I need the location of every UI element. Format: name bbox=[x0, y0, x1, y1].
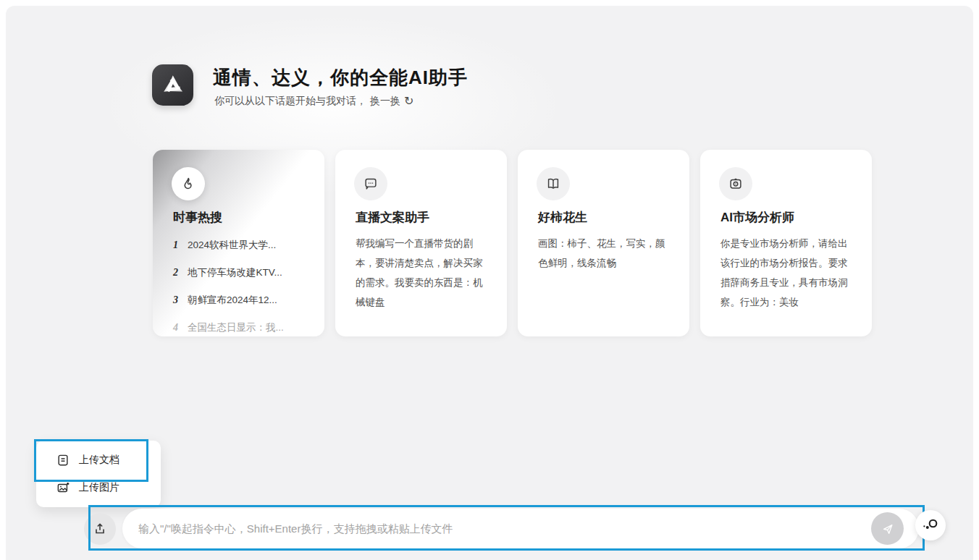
card-body: 帮我编写一个直播带货的剧本，要讲清楚卖点，解决买家的需求。我要卖的东西是：机械键… bbox=[356, 234, 487, 312]
bot-icon bbox=[719, 167, 752, 200]
assistant-float-button[interactable] bbox=[915, 510, 946, 540]
hot-item-4[interactable]: 4 全国生态日显示：我... bbox=[173, 314, 304, 341]
menu-item-upload-image[interactable]: 上传图片 bbox=[36, 474, 161, 501]
hot-item-3[interactable]: 3 朝鲜宣布2024年12... bbox=[173, 287, 304, 314]
hot-search-list: 1 2024软科世界大学... 2 地下停车场改建KTV... 3 朝鲜宣布20… bbox=[173, 232, 304, 341]
card-title: 好柿花生 bbox=[538, 209, 669, 226]
document-icon bbox=[56, 453, 70, 467]
send-button[interactable] bbox=[871, 512, 904, 545]
card-ai-market-analyst[interactable]: AI市场分析师 你是专业市场分析师，请给出该行业的市场分析报告。要求措辞商务且专… bbox=[700, 150, 872, 336]
hot-item-2[interactable]: 2 地下停车场改建KTV... bbox=[173, 259, 304, 287]
menu-item-label: 上传文档 bbox=[79, 454, 119, 467]
app-window: 通情、达义，你的全能AI助手 你可以从以下话题开始与我对话， 换一换 ↻ 时事热… bbox=[0, 0, 979, 560]
card-body: 画图：柿子、花生，写实，颜色鲜明，线条流畅 bbox=[538, 234, 669, 273]
tongyi-logo-icon bbox=[152, 64, 193, 106]
card-body: 你是专业市场分析师，请给出该行业的市场分析报告。要求措辞商务且专业，具有市场洞察… bbox=[720, 234, 852, 312]
card-hot-search[interactable]: 时事热搜 1 2024软科世界大学... 2 地下停车场改建KTV... 3 朝… bbox=[153, 150, 324, 336]
upload-tray-icon bbox=[92, 521, 108, 537]
menu-item-label: 上传图片 bbox=[79, 481, 119, 494]
flame-icon bbox=[172, 167, 205, 200]
composer bbox=[122, 509, 919, 548]
card-title: 时事热搜 bbox=[173, 209, 304, 226]
composer-input[interactable] bbox=[138, 522, 819, 535]
card-title: AI市场分析师 bbox=[720, 209, 852, 226]
ring-dots-icon bbox=[922, 517, 939, 533]
chat-bubble-icon bbox=[354, 167, 387, 200]
page-title: 通情、达义，你的全能AI助手 bbox=[213, 65, 468, 90]
suggestion-cards: 时事热搜 1 2024软科世界大学... 2 地下停车场改建KTV... 3 朝… bbox=[153, 150, 872, 336]
upload-button[interactable] bbox=[84, 513, 116, 545]
page-subtitle: 你可以从以下话题开始与我对话， bbox=[214, 95, 366, 108]
paper-plane-icon bbox=[881, 522, 895, 536]
shuffle-topics-button[interactable]: 换一换 bbox=[370, 95, 400, 108]
book-icon bbox=[537, 167, 570, 200]
trefoil-icon bbox=[159, 72, 187, 99]
hot-item-1[interactable]: 1 2024软科世界大学... bbox=[173, 232, 304, 259]
card-drawing-persimmon[interactable]: 好柿花生 画图：柿子、花生，写实，颜色鲜明，线条流畅 bbox=[518, 150, 689, 336]
image-plus-icon bbox=[56, 480, 70, 495]
menu-item-upload-document[interactable]: 上传文档 bbox=[36, 446, 161, 474]
card-title: 直播文案助手 bbox=[356, 209, 487, 226]
card-livestream-script[interactable]: 直播文案助手 帮我编写一个直播带货的剧本，要讲清楚卖点，解决买家的需求。我要卖的… bbox=[335, 150, 507, 336]
upload-menu: 上传文档 上传图片 bbox=[36, 441, 161, 507]
refresh-icon[interactable]: ↻ bbox=[404, 96, 413, 107]
